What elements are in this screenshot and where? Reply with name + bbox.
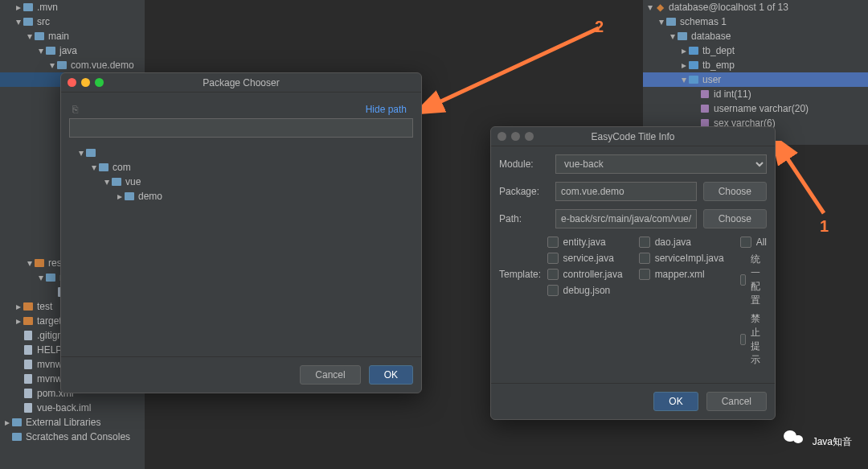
hide-path-link[interactable]: Hide path <box>359 101 413 118</box>
package-tree-item[interactable]: ▾ <box>77 146 413 160</box>
new-folder-icon[interactable]: ⎘ <box>69 104 80 115</box>
template-checkbox[interactable]: entity.java <box>547 237 623 248</box>
package-tree-item[interactable]: ▾vue <box>77 175 413 189</box>
tree-item-label: user <box>702 74 721 85</box>
expand-icon[interactable]: ▾ <box>37 45 45 56</box>
ok-button[interactable]: OK <box>369 365 413 385</box>
expand-icon[interactable]: ▾ <box>646 2 654 13</box>
easycode-dialog: EasyCode Title Info Module: vue-back Pac… <box>490 126 776 420</box>
dialog-title: Package Chooser <box>61 77 421 88</box>
ok-button[interactable]: OK <box>653 392 698 411</box>
svg-line-1 <box>434 28 599 105</box>
svg-line-3 <box>784 153 824 213</box>
template-checkbox[interactable]: serviceImpl.java <box>639 253 724 264</box>
dialog-titlebar: Package Chooser <box>61 73 421 93</box>
tree-item-label: External Libraries <box>26 417 100 428</box>
annotation-label: 2 <box>595 18 604 36</box>
path-label: Path: <box>499 213 555 224</box>
cancel-button[interactable]: Cancel <box>300 365 360 385</box>
package-chooser-dialog: Package Chooser ⎘ Hide path ▾▾com▾vue▸de… <box>60 72 422 393</box>
expand-icon[interactable]: ▾ <box>14 16 23 27</box>
tree-item-label: database <box>691 31 731 42</box>
cancel-button[interactable]: Cancel <box>706 392 767 411</box>
template-checkbox[interactable]: debug.json <box>547 285 623 296</box>
tree-item[interactable]: Scratches and Consoles <box>0 430 145 444</box>
package-label: Package: <box>499 186 555 197</box>
expand-icon[interactable]: ▾ <box>657 16 665 27</box>
annotation-arrow-icon <box>776 141 832 221</box>
module-select[interactable]: vue-back <box>555 154 767 174</box>
tree-item-label: main <box>48 31 69 42</box>
tree-item-label: .mvn <box>37 2 58 13</box>
template-checkbox[interactable]: All <box>740 237 767 248</box>
expand-icon[interactable]: ▾ <box>37 272 45 283</box>
tree-item[interactable]: ▾java <box>0 43 145 58</box>
template-checkbox[interactable]: mapper.xml <box>639 269 724 280</box>
watermark: Java知音 <box>784 430 852 453</box>
template-label: Template: <box>499 237 547 280</box>
tree-item[interactable]: ▾com.vue.demo <box>0 58 145 72</box>
expand-icon[interactable]: ▾ <box>26 257 34 269</box>
expand-icon[interactable]: ▸ <box>14 301 23 312</box>
tree-item[interactable]: vue-back.iml <box>0 401 145 415</box>
choose-package-button[interactable]: Choose <box>703 182 767 201</box>
package-tree[interactable]: ▾▾com▾vue▸demo <box>69 146 413 204</box>
tree-item[interactable]: ▾main <box>0 29 145 43</box>
tree-item-label: target <box>37 315 62 327</box>
package-tree-item[interactable]: ▸demo <box>77 189 413 204</box>
annotation-label: 1 <box>820 217 829 236</box>
annotation-arrow-icon <box>422 20 607 117</box>
dialog-titlebar: EasyCode Title Info <box>491 127 775 146</box>
path-input[interactable] <box>69 118 413 138</box>
path-input[interactable] <box>555 209 697 228</box>
tree-item[interactable]: ▾database <box>643 29 868 43</box>
tree-item-label: schemas 1 <box>680 16 727 27</box>
wechat-icon <box>784 430 806 453</box>
expand-icon[interactable]: ▸ <box>680 60 688 71</box>
module-label: Module: <box>499 158 555 170</box>
tree-item-label: tb_dept <box>702 45 735 56</box>
tree-item-label: username varchar(20) <box>714 103 809 114</box>
template-grid: entity.javaservice.javacontroller.javade… <box>547 237 767 367</box>
tree-item-label: vue-back.iml <box>37 402 91 413</box>
tree-item[interactable]: ▸External Libraries <box>0 415 145 430</box>
expand-icon[interactable]: ▾ <box>48 60 56 71</box>
tree-item-label: Scratches and Consoles <box>26 431 130 442</box>
tree-item[interactable]: ▾src <box>0 14 145 29</box>
tree-item[interactable]: ▸tb_dept <box>643 43 868 58</box>
tree-item-label: database@localhost 1 of 13 <box>669 2 788 13</box>
expand-icon[interactable]: ▸ <box>14 2 23 13</box>
tree-item-label: mvnw <box>37 359 62 370</box>
tree-item[interactable]: ▾◆database@localhost 1 of 13 <box>643 0 868 14</box>
tree-item-label: com.vue.demo <box>71 60 134 71</box>
tree-item[interactable]: ▾schemas 1 <box>643 14 868 29</box>
tree-item-label: tb_emp <box>702 60 735 71</box>
template-checkbox[interactable]: dao.java <box>639 237 724 248</box>
tree-item-label: test <box>37 301 52 312</box>
template-checkbox[interactable]: controller.java <box>547 269 623 280</box>
tree-item-label: id int(11) <box>714 88 751 100</box>
tree-item[interactable]: ▸tb_emp <box>643 58 868 72</box>
dialog-title: EasyCode Title Info <box>491 131 775 142</box>
tree-item[interactable]: ▾user <box>643 72 868 87</box>
template-checkbox[interactable]: service.java <box>547 253 623 264</box>
expand-icon[interactable]: ▸ <box>680 45 688 56</box>
database-tree-panel: ▾◆database@localhost 1 of 13▾schemas 1▾d… <box>643 0 868 145</box>
tree-item[interactable]: ▸.mvn <box>0 0 145 14</box>
tree-item[interactable]: username varchar(20) <box>643 101 868 116</box>
template-checkbox[interactable]: 统一配置 <box>740 253 767 307</box>
tree-item-label: java <box>59 45 77 56</box>
expand-icon[interactable]: ▾ <box>680 74 688 85</box>
expand-icon[interactable]: ▸ <box>14 315 23 327</box>
choose-path-button[interactable]: Choose <box>703 209 767 228</box>
tree-item-label: src <box>37 16 50 27</box>
expand-icon[interactable]: ▸ <box>3 417 11 428</box>
template-checkbox[interactable]: 禁止提示 <box>740 312 767 367</box>
expand-icon[interactable]: ▾ <box>669 31 677 42</box>
expand-icon[interactable]: ▾ <box>26 31 34 42</box>
package-input[interactable] <box>555 182 697 201</box>
tree-item[interactable]: id int(11) <box>643 87 868 101</box>
package-tree-item[interactable]: ▾com <box>77 160 413 175</box>
